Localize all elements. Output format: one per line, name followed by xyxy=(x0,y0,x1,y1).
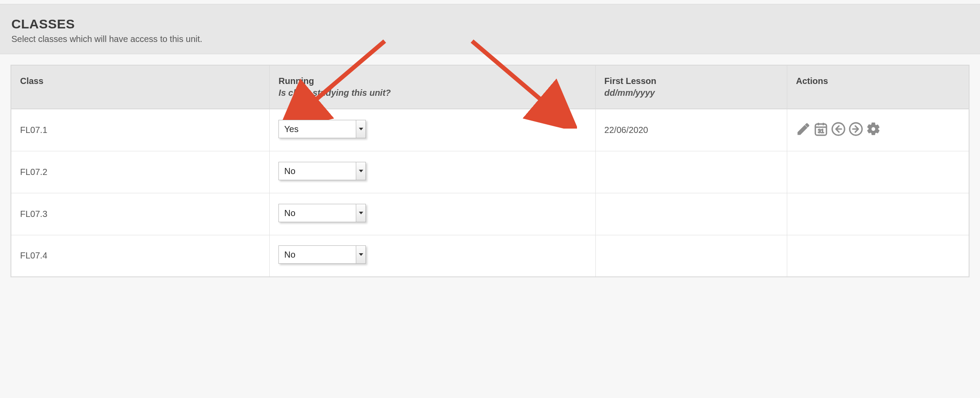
cell-first-lesson xyxy=(595,193,787,235)
table-row: FL07.2 No xyxy=(11,151,969,193)
section-title: CLASSES xyxy=(11,17,969,31)
col-header-first-sublabel: dd/mm/yyyy xyxy=(605,88,778,98)
cell-class-name: FL07.3 xyxy=(11,193,270,235)
content-wrap: Class Running Is class studying this uni… xyxy=(0,54,980,288)
first-lesson-text: 22/06/2020 xyxy=(605,125,648,135)
col-header-actions: Actions xyxy=(787,65,970,109)
col-header-running-sublabel: Is class studying this unit? xyxy=(278,88,586,98)
col-header-running-label: Running xyxy=(278,76,586,86)
chevron-down-icon xyxy=(356,204,365,222)
cell-class-name: FL07.1 xyxy=(11,109,270,151)
cell-actions xyxy=(787,235,970,277)
col-header-running: Running Is class studying this unit? xyxy=(270,65,595,109)
calendar-icon[interactable]: 31 xyxy=(813,122,828,139)
arrow-right-circle-icon[interactable] xyxy=(848,122,863,139)
cell-first-lesson: 22/06/2020 xyxy=(595,109,787,151)
col-header-actions-label: Actions xyxy=(796,76,960,86)
col-header-first-lesson: First Lesson dd/mm/yyyy xyxy=(595,65,787,109)
running-select[interactable]: Yes xyxy=(278,120,366,138)
col-header-first-label: First Lesson xyxy=(605,76,778,86)
running-select[interactable]: No xyxy=(278,245,366,264)
chevron-down-icon xyxy=(356,162,365,180)
running-select[interactable]: No xyxy=(278,204,366,222)
cell-running: No xyxy=(270,151,595,193)
section-subtitle: Select classes which will have access to… xyxy=(11,34,969,44)
section-header: CLASSES Select classes which will have a… xyxy=(0,4,980,54)
running-select-value: Yes xyxy=(284,120,355,138)
cell-running: No xyxy=(270,235,595,277)
cell-class-name: FL07.2 xyxy=(11,151,270,193)
col-header-class: Class xyxy=(11,65,270,109)
table-row: FL07.1 Yes 22/06/2020 31 xyxy=(11,109,969,151)
table-row: FL07.3 No xyxy=(11,193,969,235)
table-header-row: Class Running Is class studying this uni… xyxy=(11,65,969,109)
cell-actions xyxy=(787,193,970,235)
running-select[interactable]: No xyxy=(278,162,366,180)
pencil-icon[interactable] xyxy=(796,122,811,139)
running-select-value: No xyxy=(284,162,355,180)
running-select-value: No xyxy=(284,204,355,222)
arrow-left-circle-icon[interactable] xyxy=(831,122,846,139)
running-select-value: No xyxy=(284,246,355,263)
chevron-down-icon xyxy=(356,120,365,138)
actions-icon-group: 31 xyxy=(796,122,960,139)
col-header-class-label: Class xyxy=(20,76,261,86)
svg-text:31: 31 xyxy=(818,128,824,134)
class-name-text: FL07.4 xyxy=(20,251,47,260)
class-name-text: FL07.3 xyxy=(20,209,47,219)
class-name-text: FL07.2 xyxy=(20,167,47,177)
cell-actions: 31 xyxy=(787,109,970,151)
cell-running: No xyxy=(270,193,595,235)
cell-class-name: FL07.4 xyxy=(11,235,270,277)
top-divider xyxy=(0,0,980,4)
class-name-text: FL07.1 xyxy=(20,125,47,135)
cell-actions xyxy=(787,151,970,193)
cell-first-lesson xyxy=(595,151,787,193)
cell-running: Yes xyxy=(270,109,595,151)
chevron-down-icon xyxy=(356,246,365,263)
classes-table: Class Running Is class studying this uni… xyxy=(10,65,970,277)
table-row: FL07.4 No xyxy=(11,235,969,277)
gear-icon[interactable] xyxy=(866,122,881,139)
cell-first-lesson xyxy=(595,235,787,277)
